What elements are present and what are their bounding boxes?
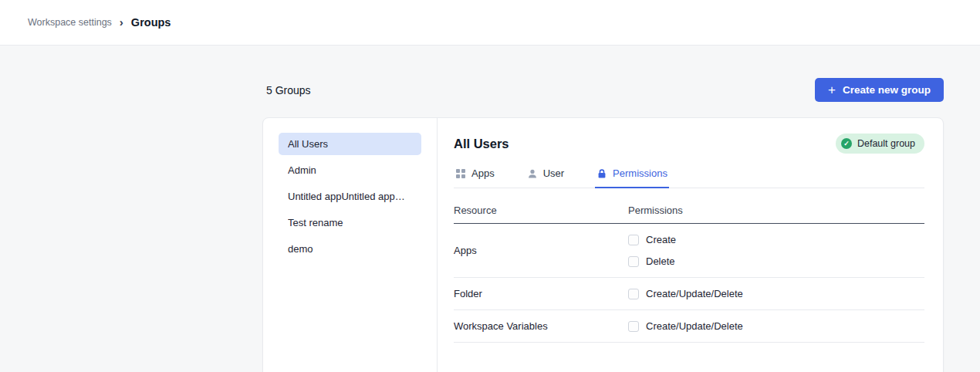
group-list-item-all-users[interactable]: All Users <box>279 133 421 155</box>
permissions-cell: Create/Update/Delete <box>628 288 743 299</box>
group-list-item-test-rename[interactable]: Test rename <box>279 211 421 234</box>
tab-permissions[interactable]: Permissions <box>595 166 669 188</box>
plus-icon: + <box>828 83 836 96</box>
resource-label: Workspace Variables <box>454 320 628 332</box>
checkbox-label: Delete <box>646 255 675 267</box>
group-list-item-demo[interactable]: demo <box>279 238 421 260</box>
user-icon <box>527 168 538 179</box>
resource-label: Folder <box>454 288 628 299</box>
default-group-badge-label: Default group <box>857 138 915 149</box>
tab-user[interactable]: User <box>525 166 566 188</box>
group-detail-panel: All Users ✓ Default group <box>438 118 943 372</box>
group-item-label: All Users <box>288 138 328 150</box>
grid-icon <box>455 168 466 179</box>
create-new-group-button[interactable]: + Create new group <box>815 78 944 102</box>
breadcrumb-current-groups: Groups <box>131 16 171 29</box>
group-item-label: Test rename <box>288 217 343 228</box>
checkbox-apps-create[interactable] <box>628 235 639 245</box>
permissions-table-header: Resource Permissions <box>454 205 924 224</box>
tab-permissions-label: Permissions <box>613 167 667 179</box>
breadcrumb-workspace-settings[interactable]: Workspace settings <box>28 17 112 28</box>
permissions-column-header: Permissions <box>628 205 683 216</box>
checkbox-workspace-variables-cud[interactable] <box>628 321 639 332</box>
permissions-cell: Create/Update/Delete <box>628 320 743 332</box>
group-detail-header: All Users ✓ Default group <box>454 134 924 154</box>
table-row-folder: Folder Create/Update/Delete <box>454 278 924 310</box>
group-item-label: demo <box>288 243 313 255</box>
group-list-item-untitled-app[interactable]: Untitled appUntitled appUntitle… <box>279 185 421 208</box>
groups-card: All Users Admin Untitled appUntitled app… <box>262 117 944 372</box>
table-row-workspace-variables: Workspace Variables Create/Update/Delete <box>454 310 924 343</box>
checkbox-apps-delete[interactable] <box>628 256 639 267</box>
permission-option: Create <box>628 234 676 245</box>
group-item-label: Admin <box>288 164 316 176</box>
breadcrumb: Workspace settings › Groups <box>28 16 171 29</box>
table-row-apps: Apps Create Delete <box>454 224 924 278</box>
create-new-group-label: Create new group <box>843 84 931 96</box>
permission-option: Create/Update/Delete <box>628 288 743 299</box>
checkbox-label: Create <box>646 234 676 245</box>
permissions-table: Resource Permissions Apps Create Delete <box>454 205 924 343</box>
default-group-badge: ✓ Default group <box>836 134 924 154</box>
resource-label: Apps <box>454 245 628 256</box>
group-list: All Users Admin Untitled appUntitled app… <box>263 118 438 372</box>
tab-user-label: User <box>543 167 564 179</box>
groups-page: 5 Groups + Create new group All Users Ad… <box>0 46 980 372</box>
lock-icon <box>596 168 607 179</box>
group-title: All Users <box>454 137 509 151</box>
top-bar: Workspace settings › Groups <box>0 0 980 46</box>
permission-option: Delete <box>628 255 676 267</box>
permissions-cell: Create Delete <box>628 234 676 267</box>
groups-toolbar: 5 Groups + Create new group <box>262 78 944 102</box>
tab-apps-label: Apps <box>471 167 495 179</box>
checkbox-folder-cud[interactable] <box>628 289 639 299</box>
checkbox-label: Create/Update/Delete <box>646 320 743 332</box>
group-item-label: Untitled appUntitled appUntitle… <box>288 191 412 202</box>
group-list-item-admin[interactable]: Admin <box>279 159 421 181</box>
resource-column-header: Resource <box>454 205 628 216</box>
chevron-right-icon: › <box>120 16 123 28</box>
permission-option: Create/Update/Delete <box>628 320 743 332</box>
tab-apps[interactable]: Apps <box>454 166 496 188</box>
check-circle-icon: ✓ <box>841 138 852 149</box>
group-count: 5 Groups <box>266 84 311 96</box>
group-detail-tabs: Apps User <box>454 166 924 188</box>
checkbox-label: Create/Update/Delete <box>646 288 743 299</box>
